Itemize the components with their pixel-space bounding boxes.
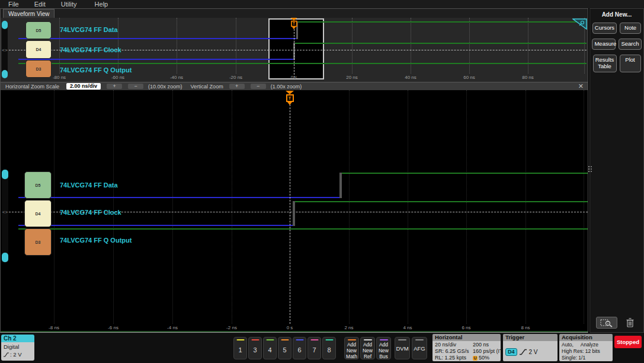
channel-4-button[interactable]: 4 — [263, 337, 277, 359]
gridline — [408, 90, 408, 324]
channel-button-label: 7 — [312, 346, 316, 354]
gridline — [584, 90, 584, 324]
add-new-bus-button[interactable]: Add New Bus — [376, 337, 391, 359]
trigger-settings-panel[interactable]: Trigger D4 2 V — [503, 334, 558, 361]
main-tick: 4 ns — [396, 325, 419, 330]
channel-2-badge[interactable]: Ch 2 Digital : 2 V — [1, 335, 34, 361]
horizontal-settings-panel[interactable]: Horizontal 20 ns/div 200 ns SR: 6.25 GS/… — [432, 334, 501, 361]
v-zoom-decrease-button[interactable]: − — [251, 84, 266, 89]
trash-icon — [626, 317, 635, 328]
trigger-arrow-icon — [292, 27, 296, 29]
channel-color-stripe — [266, 339, 274, 340]
main-tick: -6 ns — [101, 325, 125, 330]
trigger-level: 2 V — [529, 349, 538, 355]
channel-7-button[interactable]: 7 — [307, 337, 321, 359]
waveform-view-container: Waveform View T — [0, 8, 588, 333]
channel-button-label: 4 — [268, 346, 271, 354]
h-zoom-decrease-button[interactable]: − — [128, 84, 143, 89]
gridline — [526, 90, 526, 324]
horizontal-zoom-scale-label: Horizontal Zoom Scale — [5, 84, 59, 90]
afg-label: AFG — [414, 345, 425, 352]
dvm-button[interactable]: DVM — [395, 337, 410, 359]
d5-data-rising-edge — [339, 173, 342, 198]
plot-button[interactable]: Plot — [620, 55, 641, 72]
close-zoom-icon[interactable]: ✕ — [578, 83, 584, 90]
d5-data-high-trace — [342, 173, 588, 174]
trigger-marker[interactable]: T — [290, 18, 297, 29]
menu-file[interactable]: File — [7, 1, 20, 8]
label-d4-clock: 74LVCG74 FF Clock — [60, 46, 121, 53]
d5-data-low-trace — [18, 38, 297, 39]
channel-6-button[interactable]: 6 — [293, 337, 306, 359]
draw-a-box-zoom-icon[interactable] — [572, 18, 587, 30]
zoom-mode-button[interactable] — [596, 317, 617, 329]
search-button[interactable]: Search — [619, 39, 641, 50]
main-tick: -4 ns — [161, 325, 184, 330]
main-tick: 0 s — [278, 325, 302, 330]
panel-splitter-handle[interactable] — [588, 166, 592, 176]
overview-tick: -60 ns — [106, 75, 130, 80]
tab-waveform-view[interactable]: Waveform View — [3, 9, 55, 18]
badge-d4[interactable]: D4 — [24, 200, 52, 227]
channel-button-label: 8 — [327, 346, 331, 354]
zoomed-waveform-view[interactable]: T <> D5 D4 D3 74LVCG74 FF Data 74LVCG74 … — [1, 90, 588, 332]
horizontal-window: 200 ns — [473, 342, 501, 348]
gridline — [54, 90, 55, 324]
measure-button[interactable]: Measure — [592, 39, 616, 50]
overview-tick: 60 ns — [457, 75, 481, 80]
menu-edit[interactable]: Edit — [33, 1, 47, 8]
add-new-math-button[interactable]: Add New Math — [344, 337, 359, 359]
trigger-position-line — [294, 26, 294, 78]
acquisition-settings-panel[interactable]: Acquisition Auto,Analyze High Res: 12 bi… — [559, 334, 613, 361]
channel-color-stripe — [296, 339, 303, 340]
trigger-marker[interactable]: T — [286, 91, 294, 105]
horizontal-panel-title: Horizontal — [432, 334, 501, 341]
overview-tick: 40 ns — [399, 75, 422, 80]
add-new-ref-button[interactable]: Add New Ref — [360, 337, 375, 359]
channel-2-title: Ch 2 — [1, 335, 34, 342]
add-button-label: Add New Math — [346, 342, 357, 359]
menu-utility[interactable]: Utility — [60, 1, 78, 8]
h-zoom-increase-button[interactable]: + — [107, 84, 122, 89]
v-zoom-increase-button[interactable]: + — [229, 84, 245, 89]
gridline — [352, 18, 353, 74]
label-d5-data: 74LVCG74 FF Data — [60, 26, 118, 33]
cursors-button[interactable]: Cursors — [592, 23, 617, 34]
badge-d5[interactable]: D5 — [24, 171, 52, 199]
dvm-stripe — [398, 339, 406, 340]
label-d3-q-output: 74LVCG74 FF Q Output — [60, 237, 132, 244]
gridline — [469, 18, 470, 74]
resolution: 160 ps/pt (IT) — [473, 348, 501, 355]
menu-help[interactable]: Help — [94, 1, 110, 8]
afg-button[interactable]: AFG — [412, 337, 427, 359]
channel-1-button[interactable]: 1 — [233, 337, 247, 359]
trash-button[interactable] — [623, 317, 636, 329]
channel-color-stripe — [281, 339, 289, 340]
badge-d3[interactable]: D3 — [25, 60, 52, 78]
channel-5-button[interactable]: 5 — [278, 337, 291, 359]
main-tick: 2 ns — [337, 325, 361, 330]
trigger-arrow-icon — [287, 102, 292, 105]
label-d4-clock: 74LVCG74 FF Clock — [60, 209, 121, 216]
h-zoom-factor: (10.00x zoom) — [148, 84, 182, 90]
acquisition-panel-title: Acquisition — [559, 334, 613, 341]
trigger-position-line — [290, 104, 290, 324]
gridline — [236, 18, 236, 74]
channel-button-label: 1 — [238, 346, 242, 354]
results-table-button[interactable]: Results Table — [593, 55, 617, 72]
channel-3-button[interactable]: 3 — [248, 337, 262, 359]
expansion-point-icon: U — [473, 356, 478, 361]
digital-group-handle[interactable] — [2, 170, 8, 262]
horizontal-zoom-scale-input[interactable]: 2.00 ns/div — [66, 83, 101, 90]
note-button[interactable]: Note — [620, 23, 641, 34]
box-zoom-icon — [600, 319, 613, 327]
gridline — [118, 18, 118, 74]
stopped-status-button[interactable]: Stopped — [614, 336, 642, 348]
gridline — [232, 90, 232, 324]
badge-d3[interactable]: D3 — [24, 228, 52, 256]
channel-color-stripe — [325, 339, 333, 340]
badge-d5[interactable]: D5 — [25, 21, 52, 39]
channel-8-button[interactable]: 8 — [322, 337, 336, 359]
badge-d4[interactable]: D4 — [25, 40, 52, 59]
acquisition-resolution: High Res: 12 bits — [562, 348, 613, 355]
